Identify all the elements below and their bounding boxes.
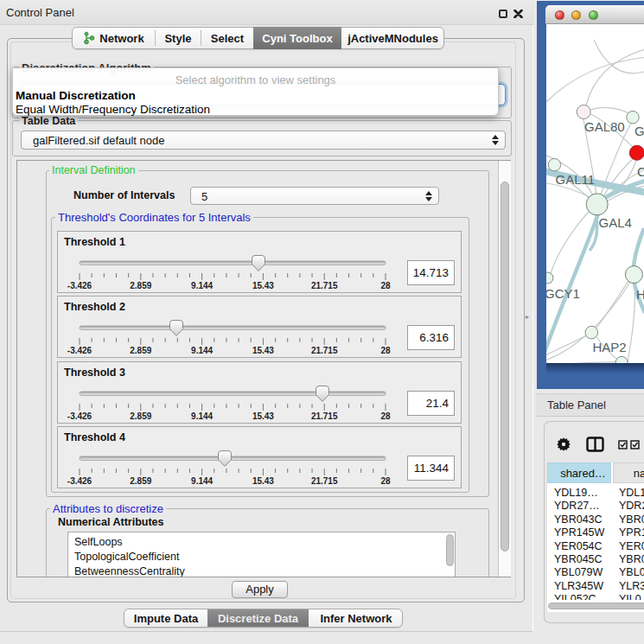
svg-text:15.43: 15.43 xyxy=(252,346,274,355)
svg-text:GCY1: GCY1 xyxy=(546,286,580,301)
svg-text:-3.426: -3.426 xyxy=(67,411,92,421)
svg-text:C: C xyxy=(637,164,644,179)
svg-text:-3.426: -3.426 xyxy=(67,346,92,355)
svg-text:2.859: 2.859 xyxy=(130,411,151,421)
svg-text:21.715: 21.715 xyxy=(311,476,338,486)
svg-text:-3.426: -3.426 xyxy=(67,281,92,290)
svg-text:GAL4: GAL4 xyxy=(599,215,632,230)
svg-text:GAL3: GAL3 xyxy=(634,124,644,138)
svg-text:21.715: 21.715 xyxy=(311,281,338,290)
svg-text:9.144: 9.144 xyxy=(191,476,213,486)
svg-text:-3.426: -3.426 xyxy=(67,476,92,486)
svg-text:2.859: 2.859 xyxy=(130,346,151,355)
svg-text:9.144: 9.144 xyxy=(191,281,213,290)
svg-text:2.859: 2.859 xyxy=(130,476,151,486)
svg-text:21.715: 21.715 xyxy=(311,346,338,355)
svg-text:28: 28 xyxy=(380,476,391,486)
svg-text:28: 28 xyxy=(380,281,391,290)
svg-text:15.43: 15.43 xyxy=(252,476,274,486)
svg-text:21.715: 21.715 xyxy=(311,411,338,421)
svg-text:15.43: 15.43 xyxy=(252,411,274,421)
svg-text:GAL11: GAL11 xyxy=(556,172,596,187)
svg-text:28: 28 xyxy=(380,411,391,421)
svg-text:9.144: 9.144 xyxy=(191,346,213,355)
svg-text:28: 28 xyxy=(380,346,391,355)
svg-text:HAP2: HAP2 xyxy=(593,340,627,354)
svg-text:GAL80: GAL80 xyxy=(584,119,625,134)
svg-text:9.144: 9.144 xyxy=(191,411,213,421)
svg-text:2.859: 2.859 xyxy=(130,281,151,290)
svg-text:15.43: 15.43 xyxy=(252,281,274,290)
svg-text:H: H xyxy=(636,287,644,302)
